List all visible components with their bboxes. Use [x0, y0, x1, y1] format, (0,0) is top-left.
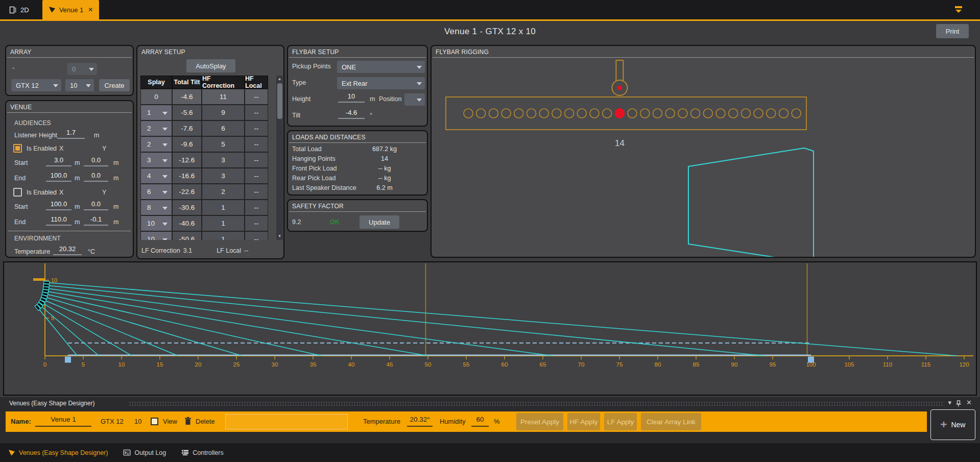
audience-end-marker[interactable]	[808, 357, 814, 363]
flybar-hole-selected[interactable]	[614, 108, 625, 118]
scroll-down-icon[interactable]: ▼	[276, 233, 283, 240]
statusbar-tab-venues[interactable]: Venues (Easy Shape Designer)	[8, 449, 108, 456]
lf-apply-button[interactable]: LF Apply	[604, 413, 637, 430]
tilt-input[interactable]: -4.6	[338, 109, 365, 119]
unit-m: m	[113, 203, 118, 210]
hf-apply-button[interactable]: HF Apply	[567, 413, 600, 430]
box-count-dropdown[interactable]: 10	[65, 79, 94, 91]
splay-dropdown-cell[interactable]: 6	[140, 184, 172, 200]
new-venue-button[interactable]: + New	[930, 409, 975, 440]
column-header: Splay	[140, 76, 172, 89]
view-checkbox[interactable]	[151, 418, 158, 425]
flybar-hole[interactable]	[565, 109, 574, 118]
flybar-hole[interactable]	[716, 109, 725, 118]
view-label[interactable]: View	[163, 418, 177, 425]
venue-name-input[interactable]: Venue 1	[35, 416, 91, 427]
flybar-hole[interactable]	[767, 109, 776, 118]
flybar-hole[interactable]	[653, 109, 662, 118]
venue-notes-input[interactable]	[225, 414, 348, 429]
height-input[interactable]: 10	[338, 92, 365, 103]
statusbar-tab-controllers[interactable]: Controllers	[181, 449, 223, 456]
flybar-hole[interactable]	[577, 109, 586, 118]
flybar-hole[interactable]	[792, 109, 801, 118]
scroll-up-icon[interactable]: ▲	[276, 76, 283, 83]
flybar-hole[interactable]	[476, 109, 486, 118]
delete-label[interactable]: Delete	[196, 418, 215, 425]
pickup-points-label: Pickup Points	[292, 63, 331, 70]
trash-icon[interactable]	[184, 417, 192, 426]
temperature-input[interactable]: 20.32	[53, 245, 82, 255]
flybar-hole[interactable]	[590, 109, 599, 118]
audience1-start-y-input[interactable]: 0.0	[84, 156, 108, 166]
panel-close-icon[interactable]: ✕	[966, 399, 972, 406]
audience2-start-y-input[interactable]: 0.0	[84, 200, 108, 210]
audience1-end-x-input[interactable]: 100.0	[46, 172, 71, 182]
audience2-end-x-input[interactable]: 110.0	[46, 215, 71, 226]
pickup-points-dropdown[interactable]: ONE	[337, 61, 425, 73]
flybar-hole[interactable]	[729, 109, 738, 118]
speaker-model-dropdown[interactable]: GTX 12	[11, 79, 61, 91]
flybar-hole[interactable]	[691, 109, 700, 118]
statusbar-tab-output-log[interactable]: Output Log	[123, 449, 166, 456]
flybar-hole[interactable]	[741, 109, 750, 118]
tab-venue-1[interactable]: Venue 1 ✕	[42, 0, 100, 19]
flybar-hole[interactable]	[640, 109, 650, 118]
flybar-type-dropdown[interactable]: Ext Rear	[337, 77, 425, 89]
locked-count-dropdown[interactable]: 0	[67, 63, 97, 75]
audience1-start-x-input[interactable]: 3.0	[46, 156, 71, 166]
page-title: Venue 1 - GTX 12 x 10	[0, 27, 980, 37]
audience1-end-y-input[interactable]: 0.0	[84, 172, 108, 182]
position-dropdown[interactable]	[404, 93, 425, 106]
2d-simulation-view[interactable]: 0510152025303540455055606570758085909510…	[3, 261, 977, 396]
panel-chevron-down-icon[interactable]: ▾	[948, 399, 951, 406]
splay-dropdown-cell[interactable]: 8	[140, 200, 172, 215]
autosplay-button[interactable]: AutoSplay	[186, 59, 235, 72]
tab-close-icon[interactable]: ✕	[88, 6, 93, 13]
table-scrollbar[interactable]: ▲ ▼	[276, 76, 283, 240]
flybar-hole[interactable]	[514, 109, 523, 118]
flybar-hole[interactable]	[665, 109, 675, 118]
splay-dropdown-cell[interactable]: 3	[140, 152, 172, 168]
splay-dropdown-cell[interactable]: 1	[140, 105, 172, 120]
flybar-hole[interactable]	[464, 109, 473, 118]
create-button[interactable]: Create	[99, 79, 130, 91]
flybar-hole[interactable]	[754, 109, 763, 118]
flybar-hole[interactable]	[678, 109, 687, 118]
hf-correction-cell: 11	[202, 89, 245, 105]
flybar-hole[interactable]	[489, 109, 498, 118]
flybar-hole[interactable]	[552, 109, 561, 118]
flybar-hole[interactable]	[539, 109, 548, 118]
flybar-hole[interactable]	[501, 109, 511, 118]
splay-dropdown-cell[interactable]: 10	[140, 231, 172, 240]
listener-height-input[interactable]: 1.7	[57, 129, 85, 139]
audience2-enabled-checkbox[interactable]	[13, 188, 22, 197]
array-setup-panel: ARRAY SETUP AutoSplay SplayTotal TiltHF …	[136, 45, 284, 259]
flybar-hole[interactable]	[628, 109, 637, 118]
splay-dropdown-cell[interactable]: 2	[140, 136, 172, 152]
panel-pin-icon[interactable]	[955, 400, 962, 407]
tab-bar: 2D Venue 1 ✕	[0, 0, 980, 21]
flybar-hole[interactable]	[603, 109, 612, 118]
temperature-input[interactable]: 20.32°	[407, 416, 433, 427]
clear-array-link-button[interactable]: Clear Array Link	[641, 413, 701, 430]
flybar-hole[interactable]	[527, 109, 536, 118]
audience1-end-label: End	[14, 175, 26, 182]
preset-apply-button[interactable]: Preset Apply	[516, 413, 563, 430]
audience2-end-y-input[interactable]: -0.1	[84, 215, 108, 226]
splay-dropdown-cell[interactable]: 4	[140, 168, 172, 184]
rigging-diagram[interactable]: 14	[432, 58, 975, 257]
coverage-ray	[47, 298, 242, 356]
flybar-hole[interactable]	[703, 109, 712, 118]
audience2-start-x-input[interactable]: 100.0	[46, 200, 71, 210]
audience-start-marker[interactable]	[65, 357, 71, 363]
print-button[interactable]: Print	[936, 24, 969, 38]
tab-overflow-icon[interactable]	[954, 6, 963, 13]
scrollbar-thumb[interactable]	[277, 83, 282, 119]
splay-dropdown-cell[interactable]: 2	[140, 120, 172, 136]
humidity-input[interactable]: 60	[471, 416, 489, 427]
update-button[interactable]: Update	[360, 215, 399, 229]
splay-dropdown-cell[interactable]: 10	[140, 215, 172, 231]
audience1-enabled-checkbox[interactable]	[13, 144, 22, 153]
tab-2d[interactable]: 2D	[3, 0, 35, 19]
flybar-hole[interactable]	[779, 109, 788, 118]
